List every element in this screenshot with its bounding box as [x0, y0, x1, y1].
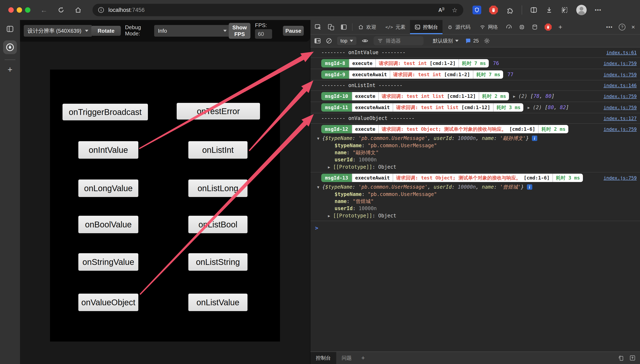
tab-adblock-hand-icon[interactable] — [541, 20, 555, 34]
dock-side-icon[interactable] — [340, 24, 347, 30]
tab-memory-chip-icon[interactable] — [515, 20, 528, 34]
pause-label: Pause — [285, 28, 301, 34]
inspect-element-icon[interactable] — [315, 24, 322, 30]
debug-mode-label: DebugMode: — [125, 24, 141, 37]
new-workspace-plus-icon[interactable]: + — [8, 65, 12, 74]
tab-performance-gauge-icon[interactable] — [502, 20, 515, 34]
source-link[interactable]: index.js:759 — [603, 61, 637, 66]
more-tabs-plus-icon[interactable]: + — [555, 20, 566, 34]
drawer-tab-issues[interactable]: 问题 — [336, 352, 357, 364]
source-link[interactable]: index.js:759 — [603, 175, 637, 180]
object-prototype[interactable]: ▶[[Prototype]]: Object — [310, 212, 640, 221]
onIntValue-button[interactable]: onIntValue — [78, 141, 138, 159]
home-icon[interactable] — [75, 6, 82, 14]
adblock-extension-hand-icon[interactable] — [489, 6, 498, 14]
close-window-button[interactable] — [8, 7, 14, 13]
context-select[interactable]: top — [337, 37, 356, 45]
object-prototype[interactable]: ▶[[Prototype]]: Object — [310, 163, 640, 172]
downloads-icon[interactable] — [545, 6, 553, 14]
object-preview[interactable]: ▼{$typeName: 'pb.common.UserMessage', us… — [310, 134, 640, 142]
expand-triangle-icon[interactable]: ▶ — [328, 214, 330, 218]
console-prompt[interactable]: > — [315, 225, 318, 231]
design-resolution-select[interactable]: 设计分辨率 (540X639) — [24, 25, 92, 37]
collapse-triangle-icon[interactable]: ▼ — [317, 136, 319, 140]
workspace-button[interactable] — [3, 40, 17, 54]
source-link[interactable]: index.js:759 — [603, 126, 637, 132]
fps-input[interactable]: 60 — [255, 29, 272, 39]
url-port: :7456 — [131, 7, 145, 13]
onTriggerBroadcast-button[interactable]: onTriggerBroadcast — [63, 104, 148, 120]
onValueObject-button[interactable]: onValueObject — [78, 294, 138, 311]
log-badge: msgId-11 executeAwait 请求回调: test int lis… — [321, 103, 523, 112]
devtools-menu-icon[interactable]: ⋯ — [606, 23, 613, 31]
msg-method-badge: executeAwait — [352, 174, 393, 182]
tab-sources[interactable]: 源代码 — [442, 20, 475, 34]
drawer-rotate-device-icon[interactable] — [617, 355, 624, 361]
onBoolValue-button[interactable]: onBoolValue — [78, 216, 138, 233]
collapse-triangle-icon[interactable]: ▼ — [317, 185, 319, 189]
onListLong-button[interactable]: onListLong — [188, 180, 248, 197]
object-preview[interactable]: ▼{$typeName: 'pb.common.UserMessage', us… — [310, 183, 640, 191]
source-link[interactable]: index.js:759 — [603, 72, 637, 77]
console-sidebar-icon[interactable] — [314, 38, 321, 44]
rotate-button[interactable]: Rotate — [91, 26, 121, 36]
clear-console-icon[interactable] — [326, 38, 332, 44]
onLongValue-button[interactable]: onLongValue — [78, 180, 138, 197]
drawer-add-tab-icon[interactable]: + — [357, 352, 369, 364]
onListBool-button[interactable]: onListBool — [188, 216, 248, 233]
onListInt-button[interactable]: onListInt — [188, 141, 248, 159]
onListValue-button[interactable]: onListValue — [188, 294, 248, 311]
info-icon[interactable]: i — [527, 184, 532, 190]
source-link[interactable]: index.ts:127 — [603, 116, 637, 121]
pause-button[interactable]: Pause — [283, 26, 304, 36]
site-info-icon[interactable] — [98, 7, 104, 13]
expand-triangle-icon[interactable]: ▶ — [513, 94, 515, 98]
back-icon[interactable]: ← — [41, 6, 48, 14]
help-icon[interactable]: ? — [619, 24, 625, 30]
source-link[interactable]: index.js:759 — [603, 105, 637, 110]
device-toolbar-icon[interactable] — [327, 24, 335, 30]
address-bar[interactable]: localhost:7456 A)) ☆ — [93, 4, 463, 16]
read-aloud-icon[interactable]: A)) — [438, 7, 444, 13]
log-level-select[interactable]: 默认级别 — [433, 38, 458, 44]
info-icon[interactable]: i — [532, 136, 537, 141]
extensions-puzzle-icon[interactable] — [506, 6, 514, 14]
drawer-tab-console[interactable]: 控制台 — [310, 352, 336, 364]
expand-triangle-icon[interactable]: ▶ — [527, 105, 530, 110]
message-count[interactable]: 25 — [465, 38, 479, 44]
tab-network[interactable]: 网络 — [475, 20, 502, 34]
onStringValue-button[interactable]: onStringValue — [78, 253, 138, 271]
drawer-export-icon[interactable] — [629, 355, 636, 361]
log-badge: msgId-10 execute 请求回调: test int list[cmd… — [321, 92, 509, 100]
source-link[interactable]: index.ts:146 — [603, 83, 637, 88]
zoom-window-button[interactable] — [25, 7, 31, 13]
live-expression-eye-icon[interactable] — [361, 38, 369, 44]
console-settings-gear-icon[interactable] — [484, 38, 490, 44]
expand-triangle-icon[interactable]: ▶ — [328, 165, 330, 169]
favorite-star-icon[interactable]: ☆ — [452, 6, 457, 14]
tab-welcome[interactable]: 欢迎 — [353, 20, 381, 34]
msg-method-badge: execute — [352, 125, 378, 133]
msg-time-badge: 耗时 2 ms — [538, 125, 568, 133]
show-fps-button[interactable]: ShowFPS — [229, 23, 250, 39]
split-screen-icon[interactable] — [530, 6, 537, 14]
onListString-button[interactable]: onListString — [188, 253, 248, 271]
profile-avatar[interactable] — [576, 5, 587, 15]
debug-mode-select[interactable]: Info — [154, 25, 230, 37]
source-link[interactable]: index.ts:61 — [606, 50, 637, 55]
web-capture-icon[interactable] — [561, 6, 568, 14]
sidebar-divider — [5, 60, 16, 60]
tab-elements[interactable]: </> 元素 — [381, 20, 410, 34]
filter-input[interactable]: 筛选器 — [374, 36, 424, 46]
minimize-window-button[interactable] — [17, 7, 22, 13]
reload-icon[interactable] — [58, 6, 65, 14]
sidebar-toggle-icon[interactable] — [6, 25, 14, 33]
browser-menu-icon[interactable]: ⋯ — [594, 6, 602, 14]
msg-id-badge: msgId-11 — [321, 103, 352, 112]
close-devtools-icon[interactable]: × — [631, 24, 635, 30]
source-link[interactable]: index.js:759 — [603, 94, 637, 99]
tab-console[interactable]: 控制台 — [410, 20, 442, 34]
onTestError-button[interactable]: onTestError — [177, 103, 260, 120]
password-extension-shield-icon[interactable] — [472, 6, 481, 14]
tab-application-storage-icon[interactable] — [528, 20, 541, 34]
